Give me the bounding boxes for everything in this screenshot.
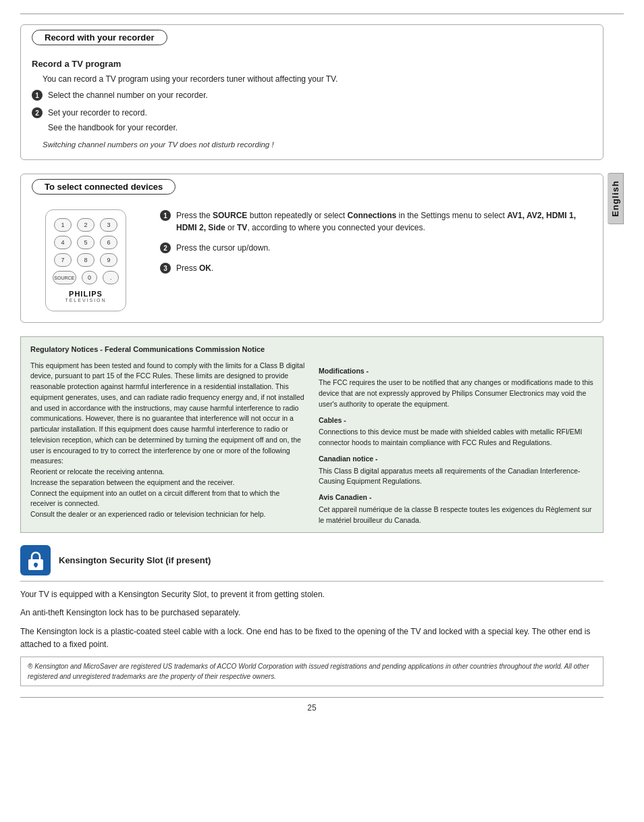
remote-btn-4: 4 — [54, 236, 72, 249]
remote-illustration: 1 2 3 4 5 6 7 8 9 — [32, 209, 140, 311]
remote-row-1: 1 2 3 — [53, 218, 119, 232]
remote-btn-6: 6 — [100, 236, 117, 249]
lock-icon — [26, 550, 45, 571]
remote-btn-9: 9 — [100, 253, 117, 267]
regulatory-cables-title: Cables - — [319, 415, 593, 426]
devices-header-tab: To select connected devices — [32, 182, 592, 203]
record-section-title: Record with your recorder — [32, 30, 167, 45]
regulatory-canadian-text: This Class B digital apparatus meets all… — [319, 466, 593, 488]
remote-btn-2: 2 — [77, 218, 95, 232]
step-2-sub: See the handbook for your recorder. — [48, 122, 178, 134]
record-step-1: 1 Select the channel number on your reco… — [32, 89, 592, 104]
kensington-title-text: Kensington Security Slot — [59, 555, 163, 565]
regulatory-cables-text: Connections to this device must be made … — [319, 427, 593, 448]
step-2-num: 2 — [32, 107, 43, 118]
regulatory-left-col: This equipment has been tested and found… — [30, 361, 305, 526]
regulatory-title: Regulatory Notices - Federal Communicati… — [30, 344, 593, 355]
devices-step-3: 3 Press OK. — [160, 262, 592, 277]
regulatory-right-col: Modifications - The FCC requires the use… — [319, 361, 593, 526]
devices-instructions: 1 Press the SOURCE button repeatedly or … — [160, 203, 592, 280]
step-1-num: 1 — [32, 90, 43, 101]
page-number: 25 — [20, 703, 603, 713]
kensington-para2: An anti-theft Kensington lock has to be … — [20, 607, 603, 619]
remote-btn-3: 3 — [100, 218, 117, 232]
remote-btn-7: 7 — [54, 253, 72, 267]
remote-btn-dot: . — [103, 271, 119, 284]
regulatory-avis-title: Avis Canadien - — [319, 492, 593, 503]
step-2-text: Set your recorder to record. — [48, 107, 178, 119]
kensington-section: Kensington Security Slot (if present) Yo… — [20, 545, 603, 686]
remote-btn-8: 8 — [77, 253, 95, 267]
remote-btn-source: SOURCE — [53, 271, 76, 284]
svg-rect-2 — [34, 565, 36, 567]
devices-step-1: 1 Press the SOURCE button repeatedly or … — [160, 209, 592, 236]
english-tab: English — [608, 173, 624, 224]
top-border — [20, 14, 624, 14]
remote-row-2: 4 5 6 — [53, 236, 119, 249]
devices-step-2-num: 2 — [160, 242, 171, 253]
page-container: Record with your recorder Record a TV pr… — [0, 0, 644, 822]
main-content: Record with your recorder Record a TV pr… — [20, 24, 624, 713]
regulatory-modifications-text: The FCC requires the user to be notified… — [319, 378, 593, 409]
devices-step-1-text: Press the SOURCE button repeatedly or se… — [176, 209, 592, 234]
kensington-subtitle: (if present) — [163, 555, 211, 565]
kensington-title-area: Kensington Security Slot (if present) — [59, 555, 211, 565]
remote-logo-sub: TELEVISION — [53, 298, 119, 303]
regulatory-left-text: This equipment has been tested and found… — [30, 361, 305, 520]
regulatory-modifications-title: Modifications - — [319, 366, 593, 377]
bottom-border — [20, 697, 603, 698]
remote-row-4: SOURCE 0 . — [53, 271, 119, 284]
devices-section-title: To select connected devices — [32, 179, 176, 195]
regulatory-avis-text: Cet appareil numérique de la classe B re… — [319, 505, 593, 526]
record-section: Record with your recorder Record a TV pr… — [20, 24, 603, 160]
kensington-para3: The Kensington lock is a plastic-coated … — [20, 625, 603, 651]
devices-content: 1 2 3 4 5 6 7 8 9 — [32, 203, 592, 311]
record-header-tab: Record with your recorder — [32, 33, 592, 53]
devices-step-1-num: 1 — [160, 210, 171, 221]
kensington-para1: Your TV is equipped with a Kensington Se… — [20, 588, 603, 601]
regulatory-columns: This equipment has been tested and found… — [30, 361, 593, 526]
kensington-icon — [20, 545, 51, 575]
regulatory-canadian-title: Canadian notice - — [319, 454, 593, 465]
record-step-2: 2 Set your recorder to record. See the h… — [32, 107, 592, 136]
devices-step-3-text: Press OK. — [176, 262, 213, 274]
record-note: Switching channel numbers on your TV doe… — [43, 140, 592, 149]
regulatory-box: Regulatory Notices - Federal Communicati… — [20, 336, 603, 533]
devices-section: To select connected devices 1 2 3 4 5 — [20, 174, 603, 323]
devices-step-2-text: Press the cursor up/down. — [176, 242, 270, 254]
devices-step-2: 2 Press the cursor up/down. — [160, 242, 592, 257]
remote-logo: PHILIPS — [53, 290, 119, 298]
remote-row-3: 7 8 9 — [53, 253, 119, 267]
kensington-header: Kensington Security Slot (if present) — [20, 545, 603, 582]
record-subtitle: Record a TV program — [32, 59, 592, 69]
record-intro: You can record a TV program using your r… — [43, 73, 592, 85]
remote-btn-0: 0 — [82, 271, 98, 284]
devices-step-3-num: 3 — [160, 263, 171, 274]
remote-btn-1: 1 — [54, 218, 72, 232]
step-2-content: Set your recorder to record. See the han… — [48, 107, 178, 136]
remote-btn-5: 5 — [77, 236, 95, 249]
step-1-text: Select the channel number on your record… — [48, 89, 208, 101]
remote-body: 1 2 3 4 5 6 7 8 9 — [45, 209, 126, 311]
trademark-note: ® Kensington and MicroSaver are register… — [20, 657, 603, 686]
